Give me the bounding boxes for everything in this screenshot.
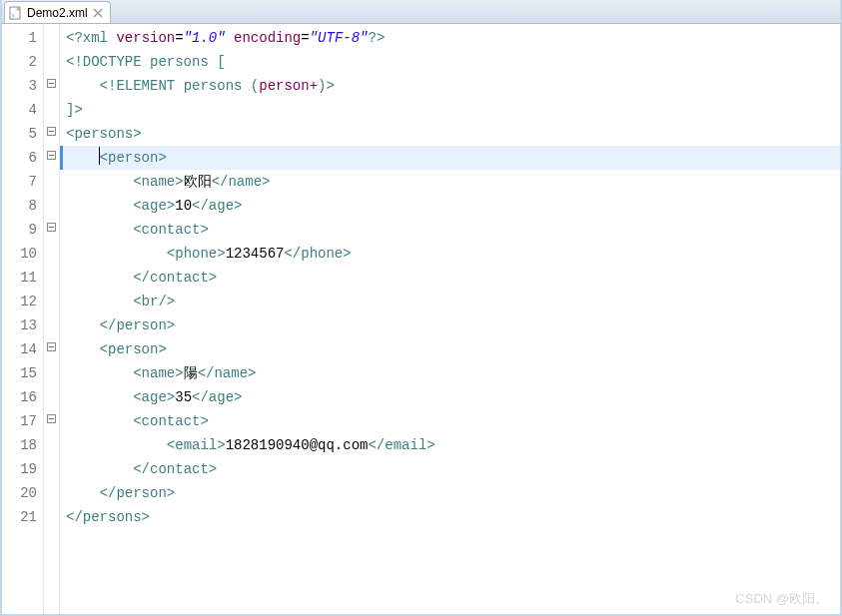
- code-token: person+: [259, 78, 318, 94]
- fold-cell: [44, 48, 59, 72]
- fold-gutter: [44, 24, 60, 614]
- code-line[interactable]: <name>欧阳</name>: [66, 170, 840, 194]
- code-token: <br/>: [133, 294, 175, 309]
- fold-cell: [44, 192, 59, 216]
- code-line[interactable]: <contact>: [66, 218, 840, 242]
- code-token: [: [217, 54, 225, 70]
- code-line[interactable]: <!ELEMENT persons (person+)>: [66, 74, 840, 98]
- code-line[interactable]: <person>: [66, 337, 840, 361]
- code-line[interactable]: </persons>: [66, 505, 840, 529]
- line-number-gutter: 123456789101112131415161718192021: [2, 24, 44, 614]
- code-token: 35: [175, 389, 192, 405]
- fold-toggle-icon[interactable]: [47, 342, 56, 351]
- code-token: </contact>: [133, 461, 217, 477]
- code-line[interactable]: <age>35</age>: [66, 385, 840, 409]
- code-line[interactable]: </person>: [66, 481, 840, 505]
- code-line[interactable]: </contact>: [66, 457, 840, 481]
- code-token: 陽: [184, 365, 198, 381]
- fold-cell: [44, 168, 59, 192]
- code-token: </age>: [192, 198, 242, 214]
- fold-cell: [44, 479, 59, 503]
- line-number: 15: [10, 361, 37, 385]
- code-token: </person>: [100, 317, 176, 333]
- code-token: </name>: [212, 174, 271, 190]
- line-number: 17: [10, 409, 37, 433]
- fold-toggle-icon[interactable]: [47, 151, 56, 160]
- fold-cell[interactable]: [44, 144, 59, 168]
- code-line[interactable]: <br/>: [66, 290, 840, 313]
- line-number: 10: [10, 242, 37, 266]
- fold-cell: [44, 455, 59, 479]
- code-token: =: [175, 30, 183, 46]
- code-token: <contact>: [133, 413, 209, 429]
- code-token: 欧阳: [184, 174, 212, 190]
- code-line[interactable]: <?xml version="1.0" encoding="UTF-8"?>: [66, 26, 840, 50]
- fold-toggle-icon[interactable]: [47, 79, 56, 88]
- fold-cell[interactable]: [44, 407, 59, 431]
- fold-cell[interactable]: [44, 216, 59, 240]
- code-token: </contact>: [133, 270, 217, 286]
- code-token: "UTF-8": [310, 30, 369, 46]
- code-token: xml: [83, 30, 117, 46]
- code-line[interactable]: </contact>: [66, 266, 840, 290]
- fold-toggle-icon[interactable]: [47, 223, 56, 232]
- code-token: "1.0": [184, 30, 226, 46]
- fold-cell: [44, 503, 59, 527]
- code-token: <name>: [133, 174, 183, 190]
- line-number: 14: [10, 337, 37, 361]
- tab-active[interactable]: x Demo2.xml: [4, 1, 111, 23]
- line-number: 21: [10, 505, 37, 529]
- line-number: 4: [10, 98, 37, 122]
- code-line[interactable]: <persons>: [66, 122, 840, 146]
- fold-cell[interactable]: [44, 335, 59, 359]
- code-token: <!DOCTYPE: [66, 54, 150, 70]
- tab-filename: Demo2.xml: [27, 6, 88, 20]
- code-token: </person>: [100, 485, 176, 501]
- line-number: 11: [10, 266, 37, 290]
- code-token: =: [301, 30, 309, 46]
- code-line[interactable]: <contact>: [66, 409, 840, 433]
- fold-toggle-icon[interactable]: [47, 414, 56, 423]
- fold-cell[interactable]: [44, 120, 59, 144]
- fold-cell: [44, 359, 59, 383]
- line-number: 12: [10, 290, 37, 313]
- code-token: <person>: [100, 150, 167, 166]
- code-line[interactable]: <person>: [60, 146, 840, 170]
- code-line[interactable]: <!DOCTYPE persons [: [66, 50, 840, 74]
- fold-cell: [44, 383, 59, 407]
- code-line[interactable]: <phone>1234567</phone>: [66, 242, 840, 266]
- code-token: 10: [175, 198, 192, 214]
- code-token: <phone>: [167, 246, 226, 262]
- line-number: 20: [10, 481, 37, 505]
- code-token: </persons>: [66, 509, 150, 525]
- code-area[interactable]: <?xml version="1.0" encoding="UTF-8"?><!…: [60, 24, 840, 614]
- line-number: 2: [10, 50, 37, 74]
- code-line[interactable]: <email>1828190940@qq.com</email>: [66, 433, 840, 457]
- fold-cell[interactable]: [44, 72, 59, 96]
- code-line[interactable]: <age>10</age>: [66, 194, 840, 218]
- code-token: persons: [150, 54, 217, 70]
- fold-cell: [44, 240, 59, 264]
- close-icon[interactable]: [92, 7, 104, 19]
- line-number: 3: [10, 74, 37, 98]
- fold-cell: [44, 264, 59, 288]
- code-token: <name>: [133, 365, 183, 381]
- line-number: 5: [10, 122, 37, 146]
- code-token: (: [251, 78, 259, 94]
- code-line[interactable]: </person>: [66, 313, 840, 337]
- code-token: [226, 30, 234, 46]
- code-token: <email>: [167, 437, 226, 453]
- code-token: ?>: [369, 30, 386, 46]
- line-number: 6: [10, 146, 37, 170]
- code-line[interactable]: <name>陽</name>: [66, 361, 840, 385]
- code-token: 1234567: [226, 246, 285, 262]
- line-number: 16: [10, 385, 37, 409]
- line-number: 1: [10, 26, 37, 50]
- fold-cell: [44, 24, 59, 48]
- code-line[interactable]: ]>: [66, 98, 840, 122]
- line-number: 18: [10, 433, 37, 457]
- code-token: <person>: [100, 341, 167, 357]
- code-token: )>: [318, 78, 335, 94]
- fold-toggle-icon[interactable]: [47, 127, 56, 136]
- code-token: </phone>: [284, 246, 351, 262]
